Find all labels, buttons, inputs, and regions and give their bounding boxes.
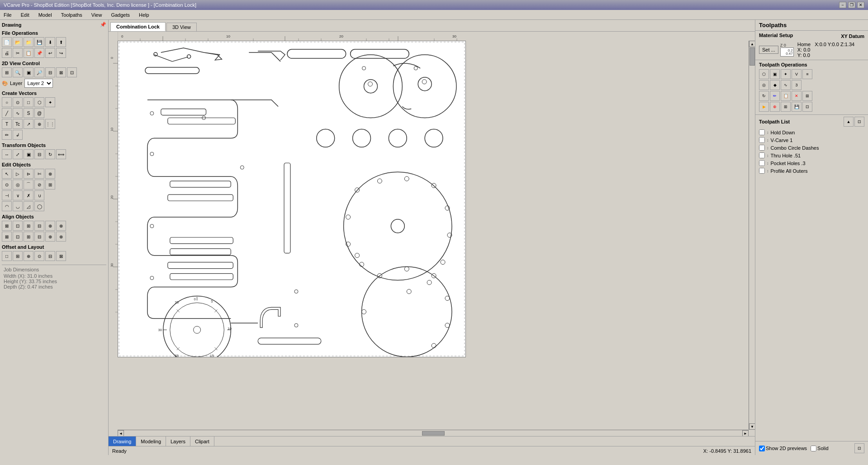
tp-checkbox-vcarve[interactable] bbox=[759, 137, 765, 143]
save-tp-btn[interactable]: 💾 bbox=[792, 102, 802, 112]
redraw-btn[interactable]: ⊡ bbox=[67, 67, 77, 77]
new-file-btn[interactable]: 📄 bbox=[2, 37, 12, 47]
copy-btn[interactable]: 📋 bbox=[24, 48, 33, 58]
edit-x-btn[interactable]: ✗ bbox=[24, 190, 33, 200]
material-set-button[interactable]: Set ... bbox=[759, 46, 778, 54]
cusp-btn[interactable]: ◿ bbox=[24, 201, 33, 211]
align-mr-btn[interactable]: ⊗ bbox=[56, 221, 66, 231]
delete-tp-btn[interactable]: ✕ bbox=[792, 91, 802, 101]
align-sp-h-btn[interactable]: ⊟ bbox=[34, 232, 44, 242]
simulate-btn[interactable]: ▶ bbox=[759, 102, 769, 112]
draw-star-btn[interactable]: ✦ bbox=[45, 97, 55, 107]
mirror-btn[interactable]: ⟺ bbox=[56, 149, 66, 159]
print-btn[interactable]: 🖨 bbox=[2, 48, 12, 58]
sheet-btn[interactable]: ⊠ bbox=[56, 251, 66, 261]
view-selection-btn[interactable]: ▣ bbox=[24, 67, 33, 77]
save-btn[interactable]: 💾 bbox=[34, 37, 44, 47]
import-btn[interactable]: ⬇ bbox=[45, 37, 55, 47]
right-panel-settings-btn[interactable]: ⊡ bbox=[854, 443, 864, 453]
nesting-btn[interactable]: ⊞ bbox=[13, 251, 23, 261]
export-btn[interactable]: ⬆ bbox=[56, 37, 66, 47]
draw-ellipse-btn[interactable]: ⊙ bbox=[13, 97, 23, 107]
align-bl-btn[interactable]: ⊠ bbox=[2, 232, 12, 242]
edit-curve-btn[interactable]: ∪ bbox=[34, 190, 44, 200]
dog-bone-btn[interactable]: ⊟ bbox=[45, 251, 55, 261]
redo-btn[interactable]: ↪ bbox=[56, 48, 66, 58]
align-mc-btn[interactable]: ⊕ bbox=[45, 221, 55, 231]
fluting-toolpath-btn[interactable]: ∿ bbox=[781, 80, 791, 90]
move-btn[interactable]: ↔ bbox=[2, 149, 12, 159]
rotate-btn[interactable]: ↻ bbox=[45, 149, 55, 159]
restore-button[interactable]: ❐ bbox=[848, 2, 855, 8]
draw-circle-btn[interactable]: ○ bbox=[2, 97, 12, 107]
align-left-btn[interactable]: ⊣ bbox=[2, 190, 12, 200]
bottom-tab-layers[interactable]: Layers bbox=[166, 437, 190, 446]
smooth-btn[interactable]: ◯ bbox=[34, 201, 44, 211]
scale-btn[interactable]: ⤢ bbox=[13, 149, 23, 159]
draw-line-btn[interactable]: ╱ bbox=[2, 108, 12, 118]
draw-spiral-btn[interactable]: @ bbox=[34, 108, 44, 118]
view-all-btn[interactable]: ⊠ bbox=[56, 67, 66, 77]
horizontal-scrollbar[interactable]: ◄ ► bbox=[118, 430, 749, 436]
draw-polygon-btn[interactable]: ⬡ bbox=[34, 97, 44, 107]
pocket-toolpath-btn[interactable]: ▣ bbox=[770, 69, 780, 79]
open-recent-btn[interactable]: 📁 bbox=[24, 37, 33, 47]
align-tl-btn[interactable]: ⊠ bbox=[2, 221, 12, 231]
align-br-btn[interactable]: ⊞ bbox=[24, 232, 33, 242]
align-sp-v-btn[interactable]: ⊕ bbox=[45, 232, 55, 242]
tp-checkbox-combo-circle[interactable] bbox=[759, 145, 765, 151]
menu-file[interactable]: File bbox=[2, 11, 14, 19]
align-extra-btn[interactable]: ⊗ bbox=[56, 232, 66, 242]
tp-checkbox-profile-outers[interactable] bbox=[759, 168, 765, 174]
tab-combination-lock[interactable]: Combination Lock bbox=[110, 22, 166, 31]
menu-edit[interactable]: Edit bbox=[19, 11, 31, 19]
node-edit-btn[interactable]: ↗ bbox=[24, 119, 33, 129]
menu-toolpaths[interactable]: Toolpaths bbox=[59, 11, 84, 19]
recalc-btn[interactable]: ↻ bbox=[759, 91, 769, 101]
solid-label[interactable]: Solid bbox=[811, 446, 828, 451]
show-2d-checkbox[interactable] bbox=[759, 446, 765, 451]
open-file-btn[interactable]: 📂 bbox=[13, 37, 23, 47]
offset-btn[interactable]: ◎ bbox=[13, 180, 23, 190]
toolpath-merge-btn[interactable]: ⊞ bbox=[781, 102, 791, 112]
tangent-btn[interactable]: ◡ bbox=[13, 201, 23, 211]
bottom-tab-drawing[interactable]: Drawing bbox=[109, 437, 136, 446]
texture-toolpath-btn[interactable]: ≡ bbox=[802, 69, 812, 79]
connect-btn[interactable]: ↲ bbox=[13, 130, 23, 140]
inlay-toolpath-btn[interactable]: ◎ bbox=[759, 80, 769, 90]
pan-btn[interactable]: ⊟ bbox=[45, 67, 55, 77]
draw-curve-btn[interactable]: ∿ bbox=[13, 108, 23, 118]
align-bc-btn[interactable]: ⊡ bbox=[13, 232, 23, 242]
bottom-tab-modeling[interactable]: Modeling bbox=[136, 437, 166, 446]
align-ml-btn[interactable]: ⊟ bbox=[34, 221, 44, 231]
zoom-out-btn[interactable]: 🔎 bbox=[34, 67, 44, 77]
group-btn[interactable]: ▣ bbox=[24, 149, 33, 159]
edit-v-btn[interactable]: ∨ bbox=[13, 190, 23, 200]
edit-tp-btn[interactable]: ✏ bbox=[770, 91, 780, 101]
fillet-btn[interactable]: ⌒ bbox=[24, 180, 33, 190]
draw-spline-btn[interactable]: S bbox=[24, 108, 33, 118]
3d-finish-btn[interactable]: 3 bbox=[792, 80, 802, 90]
pattern-btn[interactable]: ⊙ bbox=[34, 251, 44, 261]
cut-btn[interactable]: ✂ bbox=[13, 48, 23, 58]
view-fit-btn[interactable]: ⊞ bbox=[2, 67, 12, 77]
tp-checkbox-hold-down[interactable] bbox=[759, 129, 765, 135]
trim-btn[interactable]: ✄ bbox=[34, 169, 44, 179]
text-btn[interactable]: T bbox=[2, 119, 12, 129]
array2-btn[interactable]: ⊞ bbox=[45, 180, 55, 190]
weld-btn[interactable]: ⊗ bbox=[45, 169, 55, 179]
join-btn[interactable]: ⊳ bbox=[24, 169, 33, 179]
save-all-tp-btn[interactable]: ⊡ bbox=[802, 102, 812, 112]
solid-checkbox[interactable] bbox=[811, 446, 816, 451]
paste-btn[interactable]: 📌 bbox=[34, 48, 44, 58]
draw-rect-btn[interactable]: □ bbox=[24, 97, 33, 107]
zoom-in-btn[interactable]: 🔍 bbox=[13, 67, 23, 77]
timer-btn[interactable]: ⊕ bbox=[770, 102, 780, 112]
close-button[interactable]: ✕ bbox=[857, 2, 864, 8]
bottom-tab-clipart[interactable]: Clipart bbox=[190, 437, 214, 446]
join-open-btn[interactable]: ⊕ bbox=[24, 251, 33, 261]
menu-gadgets[interactable]: Gadgets bbox=[109, 11, 132, 19]
select-btn[interactable]: ↖ bbox=[2, 169, 12, 179]
boolean-btn[interactable]: ⊘ bbox=[34, 180, 44, 190]
vcarve-toolpath-btn[interactable]: V bbox=[792, 69, 802, 79]
